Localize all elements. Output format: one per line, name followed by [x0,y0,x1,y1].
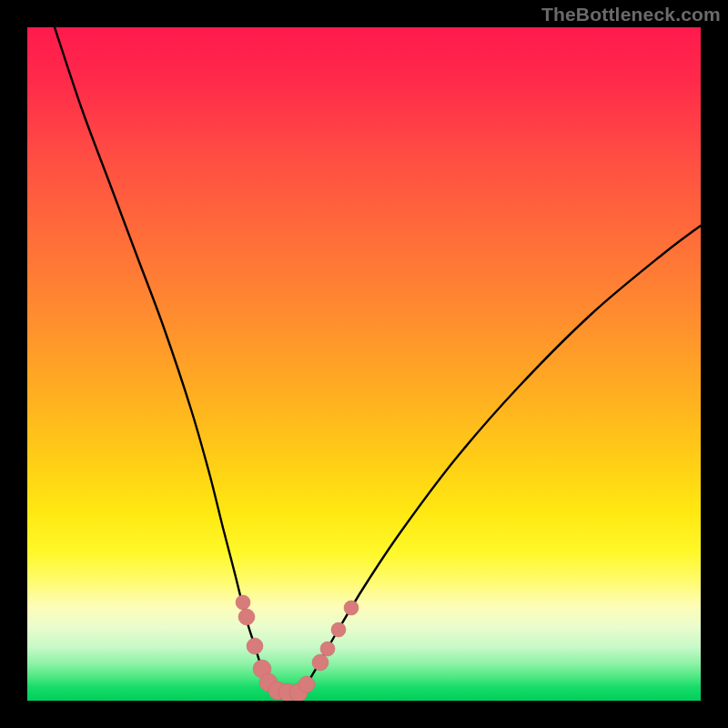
data-marker [298,676,315,693]
series-left-branch [55,27,280,692]
chart-frame: TheBottleneck.com [0,0,728,728]
data-marker [320,642,335,656]
data-marker [238,609,255,625]
data-marker [344,601,359,615]
series-right-branch [300,226,701,692]
watermark-text: TheBottleneck.com [541,4,721,25]
data-marker [331,622,346,637]
curve-layer [55,27,701,693]
marker-layer [236,595,359,701]
data-marker [312,654,329,671]
data-marker [247,638,263,654]
curves-svg [27,27,701,701]
data-marker [236,595,250,610]
plot-area [27,27,701,701]
